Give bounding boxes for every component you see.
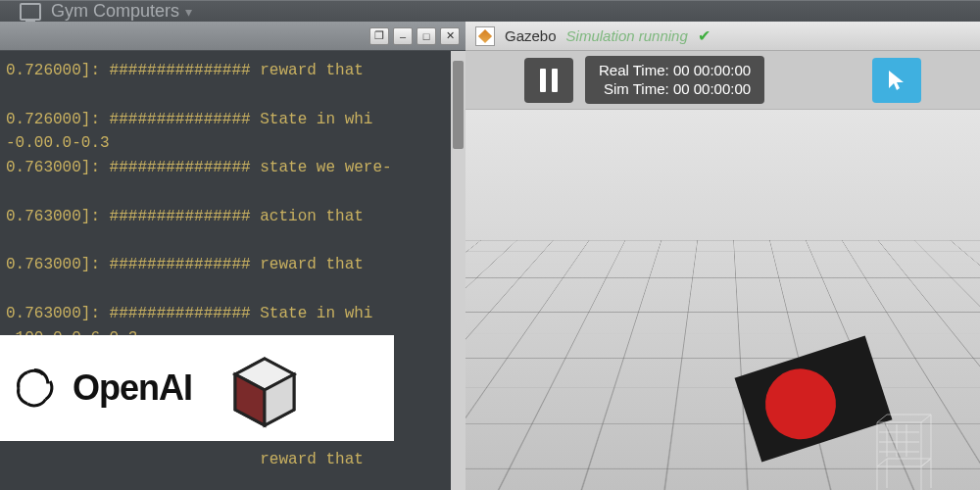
window-minimize-button[interactable]: – [393,27,413,45]
check-icon: ✔ [698,26,710,45]
monitor-icon [20,3,41,21]
pause-icon [540,69,546,92]
openai-logo-icon [12,366,57,411]
window-layers-button[interactable]: ❐ [369,27,389,45]
openai-brand-text: OpenAI [73,368,192,409]
time-display: Real Time: 00 00:00:00 Sim Time: 00 00:0… [585,56,764,105]
gazebo-viewport[interactable] [466,110,980,490]
terminal-scrollbar[interactable] [451,51,466,490]
terminal-scrollbar-thumb[interactable] [453,61,464,149]
real-time-value: 00 00:00:00 [673,62,751,78]
titlebar-label[interactable]: Gym Computers [51,1,192,22]
sim-time-value: 00 00:00:00 [673,80,751,97]
robot-wheel [757,360,846,449]
pause-button[interactable] [524,58,573,103]
cursor-tool-button[interactable] [872,58,921,103]
gazebo-cube-icon [218,341,312,435]
gazebo-pane: Gazebo Simulation running ✔ Real Time: 0… [466,22,980,490]
window-close-button[interactable]: ✕ [440,27,460,45]
gazebo-titlebar: Gazebo Simulation running ✔ [466,22,980,51]
window-titlebar: Gym Computers [0,0,980,22]
gazebo-status: Simulation running [566,27,688,44]
gazebo-title: Gazebo [505,27,557,44]
window-restore-button[interactable]: □ [416,27,436,45]
gazebo-toolbar: Real Time: 00 00:00:00 Sim Time: 00 00:0… [466,51,980,110]
sim-time-label: Sim Time: [604,80,669,97]
overlay-badge: OpenAI [0,335,394,441]
real-time-label: Real Time: [599,62,669,78]
terminal-window-controls: ❐ – □ ✕ [0,22,466,51]
wireframe-chair [867,413,946,490]
gazebo-logo-icon [475,26,495,46]
cursor-icon [885,69,908,92]
pause-icon [552,69,558,92]
